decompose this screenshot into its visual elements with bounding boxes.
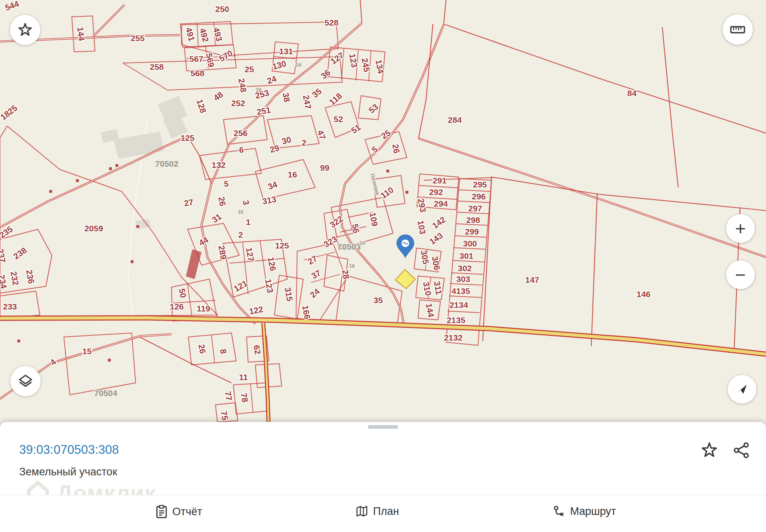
zone-number-label: 70504 [94,388,118,398]
plan-label: План [373,505,399,518]
parcel-number-label: 18 [349,263,355,269]
favorites-button[interactable] [10,15,40,45]
parcel-number-label: 296 [472,192,486,201]
parcel-number-label: 78 [239,392,250,403]
navigation-arrow-icon [734,382,750,397]
parcel-number-label: 256 [233,128,247,138]
plus-icon: + [735,219,746,238]
route-label: Маршрут [570,505,616,518]
parcel-number-label: 284 [448,115,462,124]
poi-dot [76,179,79,182]
parcel-number-label: 50 [178,288,188,299]
parcel-number-label: 56 [351,223,361,234]
parcel-number-label: 15 [82,347,92,356]
parcel-number-label: 125 [275,241,289,250]
minus-icon: − [735,266,746,284]
parcel-number-label: 26 [197,344,208,355]
parcel-number-label: 2134 [450,300,468,309]
cadastral-map-app: 5441442552582505284914924935675695705681… [0,0,766,532]
route-icon [553,505,565,518]
parcel-number-label: 11 [239,372,248,382]
parcel-number-label: 147 [525,275,539,284]
parcel-number-label: 35 [373,296,383,305]
zone-number-label: 70503 [338,242,361,251]
route-button[interactable]: Маршрут [553,505,616,518]
layers-icon [17,373,34,389]
sheet-drag-handle[interactable] [368,425,398,429]
parcel-number-label: 252 [231,99,245,108]
parcel-number-label: 126 [170,302,184,311]
parcel-number-label: 132 [211,160,225,169]
parcel-number-label: 2 [302,138,306,147]
report-label: Отчёт [172,506,202,518]
poi-dot [136,225,139,228]
plan-button[interactable]: План [355,505,399,518]
parcel-number-label: 84 [627,89,637,98]
map-graphics: 5441442552582505284914924935675695705681… [0,0,766,422]
parcel-number-label: 144 [75,26,86,41]
parcel-number-label: 146 [636,290,650,299]
poi-dot [387,170,389,173]
layers-button[interactable] [10,366,41,396]
parcel-number-label: 131 [279,47,293,56]
bottom-toolbar: Отчёт План Маршрут [0,495,766,532]
parcel-number-label: 2059 [85,224,103,233]
poi-dot [49,190,52,193]
map-canvas[interactable]: 5441442552582505284914924935675695705681… [0,0,766,422]
parcel-number-label: 2135 [447,315,466,325]
object-type-label: Земельный участок [19,466,117,478]
parcel-number-label: 62 [252,345,263,355]
parcel-number-label: 2 [238,230,243,239]
parcel-number-label: 125 [180,133,194,142]
parcel-number-label: 75 [219,410,230,421]
parcel-number-label: 297 [468,204,482,213]
parcel-number-label: 5 [224,179,229,188]
parcel-number-label: 52 [334,114,343,124]
parcel-number-label: 528 [324,18,338,27]
report-icon [156,505,168,518]
parcel-number-label: 258 [150,62,164,71]
parcel-number-label: 27 [184,197,194,208]
parcel-number-label: 6 [239,145,244,154]
parcel-number-label: 298 [466,215,480,225]
parcel-number-label: 99 [320,163,329,172]
parcel-number-label: 292 [429,187,443,197]
parcel-number-label: 303 [456,274,470,284]
measure-button[interactable] [723,14,753,45]
poi-dot [131,260,134,263]
parcel-number-label: 255 [130,33,144,43]
parcel-number-label: 567 [189,54,203,63]
parcel-number-label: 301 [459,251,473,260]
star-icon [17,22,34,38]
info-bottom-sheet: 39:03:070503:308 Земельный участок Домкл… [0,422,766,532]
parcel-number-label: 250 [215,4,229,14]
parcel-number-label: 1 [246,217,251,227]
parcel-number-label: 233 [3,302,17,311]
zoom-out-button[interactable]: − [726,260,755,289]
parcel-number-label: 77 [223,391,234,402]
parcel-number-label: 294 [434,199,448,208]
parcel-number-label: 299 [465,227,479,236]
compass-button[interactable] [728,375,756,404]
parcel-number-label: 4135 [452,286,470,296]
poi-dot [406,191,409,194]
zone-number-label: 70502 [155,159,178,168]
parcel-number-label: 19 [256,87,261,93]
cadastral-number-link[interactable]: 39:03:070503:308 [19,443,119,457]
parcel-number-label: 10 [238,209,243,215]
parcel-number-label: 119 [197,304,210,313]
zoom-in-button[interactable]: + [726,214,755,243]
parcel-number-label: 568 [190,69,204,78]
parcel-number-label: 300 [463,239,477,248]
favorite-star-icon[interactable] [700,441,719,459]
poi-dot [109,167,112,170]
plan-map-icon [355,505,368,518]
share-icon[interactable] [732,441,750,459]
parcel-number-label: 14 [359,240,365,246]
report-button[interactable]: Отчёт [156,505,202,518]
poi-dot [116,164,118,167]
parcel-number-label: 2132 [444,333,463,342]
poi-dot [18,340,20,343]
parcel-number-label: 28 [341,269,351,280]
ruler-icon [729,22,746,37]
